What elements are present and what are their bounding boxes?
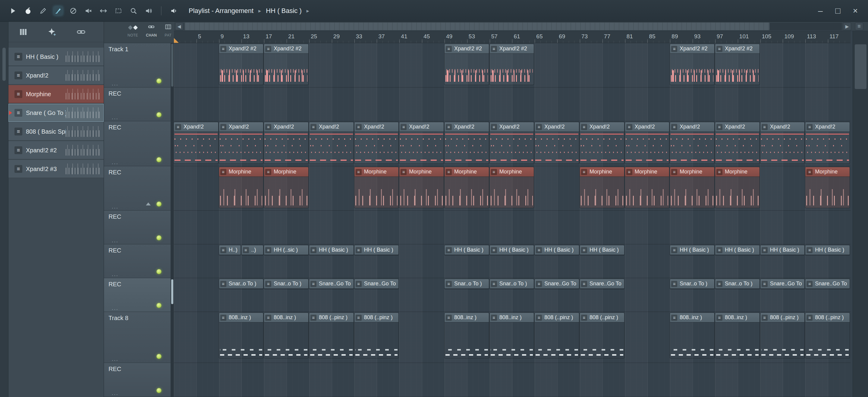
clip-menu-icon[interactable]: ≡	[355, 281, 362, 287]
step-grid-icon[interactable]	[18, 27, 28, 37]
clip[interactable]: ≡Xpand!2	[174, 122, 218, 164]
clip-menu-icon[interactable]: ≡	[491, 315, 497, 321]
clip-menu-icon[interactable]: ≡	[807, 315, 812, 321]
clip-menu-icon[interactable]: ≡	[310, 124, 316, 130]
clip[interactable]: ≡HH (..sic )	[264, 245, 308, 255]
clip-menu-icon[interactable]: ≡	[355, 124, 362, 130]
grid-track-row-9[interactable]	[174, 363, 850, 397]
sparkle-icon[interactable]	[47, 27, 57, 37]
clip[interactable]: ≡Snare..Go To )	[309, 279, 353, 289]
grid-track-row-4[interactable]: ≡Morphine≡Morphine≡Morphine≡Morphine≡Mor…	[174, 166, 850, 210]
clip[interactable]: ≡Morphine	[670, 167, 714, 208]
clip-menu-icon[interactable]: ≡	[762, 281, 768, 287]
track-led[interactable]	[156, 112, 161, 117]
vertical-scrollbar[interactable]	[852, 31, 868, 397]
close-button[interactable]: ×	[850, 6, 860, 16]
clip-menu-icon[interactable]: ≡	[446, 247, 452, 253]
clip-menu-icon[interactable]: ≡	[807, 169, 812, 175]
clip-menu-icon[interactable]: ≡	[716, 169, 722, 175]
clip[interactable]: ≡Snar..o To )	[444, 279, 489, 289]
select-tool-icon[interactable]	[114, 6, 123, 16]
clip-menu-icon[interactable]: ≡	[807, 281, 812, 287]
clip-menu-icon[interactable]: ≡	[671, 46, 677, 52]
timeline-ruler[interactable]: 5913172125293337414549535761656973778185…	[174, 31, 850, 43]
clip[interactable]: ≡Xpand!2	[219, 122, 264, 164]
clip[interactable]: ≡808 (..pinz )	[354, 313, 399, 358]
clip-menu-icon[interactable]: ≡	[310, 247, 316, 253]
clip-menu-icon[interactable]: ≡	[536, 281, 542, 287]
clip[interactable]: ≡808 (..pinz )	[805, 313, 849, 358]
clip[interactable]: ≡808..inz )	[219, 313, 264, 358]
clip-menu-icon[interactable]: ≡	[220, 247, 226, 253]
clip[interactable]: ≡H..)	[219, 245, 241, 255]
pattern-item-xpand-2-3[interactable]: ≡Xpand!2 #3	[8, 160, 104, 178]
clip-menu-icon[interactable]: ≡	[536, 124, 542, 130]
clip[interactable]: ≡Xpand!2	[625, 122, 670, 164]
draw-tool-icon[interactable]	[54, 6, 63, 16]
clip-menu-icon[interactable]: ≡	[762, 247, 768, 253]
clip[interactable]: ≡Xpand!2	[264, 122, 308, 164]
clip[interactable]: ≡Xpand!2	[444, 122, 489, 164]
clip[interactable]: ≡Xpand!2 #2	[490, 44, 534, 85]
clip[interactable]: ≡808 (..pinz )	[761, 313, 805, 358]
grid-track-row-8[interactable]: ≡808..inz )≡808..inz )≡808 (..pinz )≡808…	[174, 312, 850, 363]
vertical-scrollbar-thumb[interactable]	[855, 44, 867, 89]
pattern-item-808-basic-spinz[interactable]: ≡808 ( Basic Spinz )	[8, 122, 104, 141]
clip[interactable]: ≡Morphine	[219, 167, 264, 208]
clip-menu-icon[interactable]: ≡	[265, 315, 271, 321]
pattern-item-xpand-2[interactable]: ≡Xpand!2	[8, 66, 104, 84]
pattern-item-hh-basic[interactable]: ≡HH ( Basic )	[8, 48, 104, 66]
clip[interactable]: ≡HH ( Basic )	[715, 245, 760, 255]
clip[interactable]: ≡HH ( Basic )	[670, 245, 714, 255]
slip-tool-icon[interactable]	[99, 6, 108, 16]
clip[interactable]: ≡Snar..o To )	[490, 279, 534, 289]
clip-menu-icon[interactable]: ≡	[807, 124, 812, 130]
collapse-arrow-icon[interactable]	[146, 202, 151, 205]
audition-speaker-icon[interactable]	[169, 6, 179, 16]
clip[interactable]: ≡Xpand!2	[580, 122, 624, 164]
clip-menu-icon[interactable]: ≡	[762, 315, 768, 321]
clip[interactable]: ≡Snare..Go To )	[354, 279, 399, 289]
grid-track-row-3[interactable]: ≡Xpand!2≡Xpand!2≡Xpand!2≡Xpand!2≡Xpand!2…	[174, 121, 850, 166]
clip[interactable]: ≡Morphine	[264, 167, 308, 208]
clip-menu-icon[interactable]: ≡	[265, 124, 271, 130]
clip-menu-icon[interactable]: ≡	[265, 169, 271, 175]
track-header-4[interactable]: REC...	[104, 166, 170, 210]
track-header-2[interactable]: REC...	[104, 87, 170, 121]
clip[interactable]: ≡Xpand!2	[670, 122, 714, 164]
clip-menu-icon[interactable]: ≡	[175, 124, 181, 130]
clip[interactable]: ≡Snar..o To )	[670, 279, 714, 289]
clip-menu-icon[interactable]: ≡	[491, 247, 497, 253]
clip-menu-icon[interactable]: ≡	[671, 124, 677, 130]
track-header-3[interactable]: REC...	[104, 121, 170, 166]
clip[interactable]: ≡808 (..pinz )	[309, 313, 353, 358]
grid-track-row-6[interactable]: ≡H..)≡..)≡HH (..sic )≡HH ( Basic )≡HH ( …	[174, 244, 850, 278]
maximize-button[interactable]: □	[833, 6, 843, 16]
track-led[interactable]	[156, 354, 161, 359]
clip[interactable]: ≡HH ( Basic )	[580, 245, 624, 255]
clip[interactable]: ≡808..inz )	[444, 313, 489, 358]
clip-menu-icon[interactable]: ≡	[401, 124, 407, 130]
note-mode-column[interactable]: NOTE	[127, 24, 138, 43]
clip-menu-icon[interactable]: ≡	[581, 281, 587, 287]
playhead-marker[interactable]	[174, 38, 179, 43]
clip[interactable]: ≡Xpand!2 #2	[444, 44, 489, 85]
clip[interactable]: ≡Morphine	[490, 167, 534, 208]
clip[interactable]: ≡Morphine	[625, 167, 670, 208]
clip[interactable]: ≡Snare..Go To )	[805, 279, 849, 289]
pattern-item-snare-go-to[interactable]: ≡Snare ( Go To )	[8, 104, 104, 122]
clip[interactable]: ≡Snar..o To )	[264, 279, 308, 289]
clip-menu-icon[interactable]: ≡	[310, 281, 316, 287]
clip-menu-icon[interactable]: ≡	[220, 281, 226, 287]
track-header-1[interactable]: Track 1...	[104, 43, 170, 87]
track-led[interactable]	[156, 157, 161, 162]
clip-menu-icon[interactable]: ≡	[671, 281, 677, 287]
grid-track-row-5[interactable]	[174, 210, 850, 244]
clip[interactable]: ≡Snare..Go To )	[761, 279, 805, 289]
clip-menu-icon[interactable]: ≡	[716, 281, 722, 287]
clip[interactable]: ≡HH ( Basic )	[535, 245, 579, 255]
sidebar-scrollbar-thumb[interactable]	[2, 48, 6, 81]
link-icon[interactable]	[76, 27, 86, 37]
clip[interactable]: ≡808..inz )	[670, 313, 714, 358]
clip[interactable]: ≡HH ( Basic )	[761, 245, 805, 255]
